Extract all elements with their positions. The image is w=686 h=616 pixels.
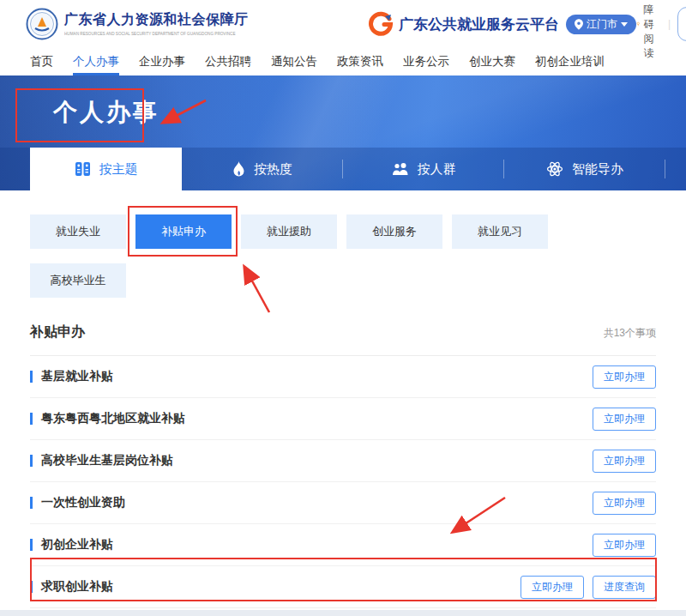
city-label: 江门市 xyxy=(587,17,617,32)
banner: 个人办事 按主题 按热度 xyxy=(0,75,686,190)
handle-now-button[interactable]: 立即办理 xyxy=(593,408,656,431)
tab-label: 按热度 xyxy=(254,161,292,178)
category-subsidy-application[interactable]: 补贴申办 xyxy=(135,214,232,249)
header-divider: | xyxy=(668,18,671,30)
nav-item-personal-affairs[interactable]: 个人办事 xyxy=(73,48,119,75)
handle-now-button[interactable]: 立即办理 xyxy=(593,365,656,389)
item-title: 初创企业补贴 xyxy=(41,537,113,553)
department-logo-group: 广东省人力资源和社会保障厅 HUMAN RESOURCES AND SOCIAL… xyxy=(26,8,359,40)
tab-label: 智能导办 xyxy=(572,161,623,178)
atom-icon xyxy=(546,160,563,178)
list-item: 高校毕业生基层岗位补贴 立即办理 xyxy=(30,440,656,482)
banner-tabbar: 按主题 按热度 按人群 xyxy=(0,148,686,190)
main-nav: 首页 个人办事 企业办事 公共招聘 通知公告 政策资讯 业务公示 创业大赛 初创… xyxy=(0,48,686,75)
lamp-icon xyxy=(636,18,640,30)
chevron-down-icon xyxy=(621,22,628,27)
tab-label: 按主题 xyxy=(99,161,138,178)
department-subtitle: HUMAN RESOURCES AND SOCIAL SECURITY DEPA… xyxy=(64,31,236,35)
flame-icon xyxy=(232,161,245,178)
category-startup-services[interactable]: 创业服务 xyxy=(346,214,442,249)
progress-inquiry-button[interactable]: 进度查询 xyxy=(593,576,656,599)
nav-item-business-publicity[interactable]: 业务公示 xyxy=(403,48,449,75)
section-title: 补贴申办 xyxy=(30,323,85,341)
item-title: 一次性创业资助 xyxy=(41,495,125,510)
subsidy-section: 补贴申办 共13个事项 基层就业补贴 立即办理 粤东粤西粤北地区就业补贴 xyxy=(30,323,656,608)
people-icon xyxy=(392,162,409,176)
section-count: 共13个事项 xyxy=(604,326,656,341)
tab-label: 按人群 xyxy=(418,161,456,178)
category-row-2: 高校毕业生 xyxy=(0,263,686,298)
handle-now-button[interactable]: 立即办理 xyxy=(593,450,656,473)
nav-item-policy-news[interactable]: 政策资讯 xyxy=(337,48,383,75)
item-accent-bar xyxy=(30,539,33,551)
item-accent-bar xyxy=(30,455,33,467)
category-college-graduates[interactable]: 高校毕业生 xyxy=(30,263,126,298)
item-title: 求职创业补贴 xyxy=(41,579,113,595)
nav-item-startup-contest[interactable]: 创业大赛 xyxy=(469,48,515,75)
nav-item-notices[interactable]: 通知公告 xyxy=(271,48,317,75)
city-selector[interactable]: 江门市 xyxy=(566,15,636,34)
handle-now-button[interactable]: 立即办理 xyxy=(593,492,656,515)
item-title: 粤东粤西粤北地区就业补贴 xyxy=(41,411,185,426)
location-pin-icon xyxy=(575,19,583,30)
category-grid-icon xyxy=(75,161,91,177)
category-employment-unemployment[interactable]: 就业失业 xyxy=(30,214,126,249)
platform-title: 广东公共就业服务云平台 xyxy=(399,15,559,34)
category-row-1: 就业失业 补贴申办 就业援助 创业服务 就业见习 xyxy=(0,214,686,249)
page: 广东省人力资源和社会保障厅 HUMAN RESOURCES AND SOCIAL… xyxy=(0,0,686,616)
top-header: 广东省人力资源和社会保障厅 HUMAN RESOURCES AND SOCIAL… xyxy=(0,0,686,48)
tab-by-popularity[interactable]: 按热度 xyxy=(182,148,343,190)
tab-by-crowd[interactable]: 按人群 xyxy=(343,148,504,190)
list-item: 初创企业补贴 立即办理 xyxy=(30,524,656,566)
category-employment-assistance[interactable]: 就业援助 xyxy=(241,214,337,249)
nav-item-startup-training[interactable]: 初创企业培训 xyxy=(535,48,605,75)
item-title: 高校毕业生基层岗位补贴 xyxy=(41,453,173,468)
item-accent-bar xyxy=(30,497,33,509)
item-accent-bar xyxy=(30,581,33,593)
item-title: 基层就业补贴 xyxy=(41,369,113,384)
page-title: 个人办事 xyxy=(53,96,159,129)
platform-g-logo-icon xyxy=(368,11,394,37)
nav-item-public-recruitment[interactable]: 公共招聘 xyxy=(205,48,251,75)
department-title: 广东省人力资源和社会保障厅 xyxy=(64,11,359,29)
tab-by-theme[interactable]: 按主题 xyxy=(30,148,182,190)
accessibility-label: 无障碍阅读 xyxy=(644,0,662,61)
item-accent-bar xyxy=(30,371,33,383)
nav-item-home[interactable]: 首页 xyxy=(30,48,53,75)
handle-now-button[interactable]: 立即办理 xyxy=(593,534,656,557)
list-item: 一次性创业资助 立即办理 xyxy=(30,482,656,524)
tab-smart-guide[interactable]: 智能导办 xyxy=(504,148,665,190)
department-emblem-icon xyxy=(26,8,58,40)
list-item: 粤东粤西粤北地区就业补贴 立即办理 xyxy=(30,398,656,440)
footer-band xyxy=(0,610,686,616)
list-item-highlighted: 求职创业补贴 立即办理 进度查询 xyxy=(30,566,656,608)
list-item: 基层就业补贴 立即办理 xyxy=(30,356,656,398)
platform-logo-group: 广东公共就业服务云平台 xyxy=(368,11,559,37)
accessibility-reading-link[interactable]: 无障碍阅读 xyxy=(636,0,661,61)
category-internship[interactable]: 就业见习 xyxy=(452,214,548,249)
login-button[interactable]: 登录 xyxy=(677,7,686,41)
nav-item-enterprise-affairs[interactable]: 企业办事 xyxy=(139,48,185,75)
item-accent-bar xyxy=(30,413,33,425)
content: 就业失业 补贴申办 就业援助 创业服务 就业见习 高校毕业生 补贴申办 共13个… xyxy=(0,190,686,608)
handle-now-button[interactable]: 立即办理 xyxy=(521,576,584,599)
